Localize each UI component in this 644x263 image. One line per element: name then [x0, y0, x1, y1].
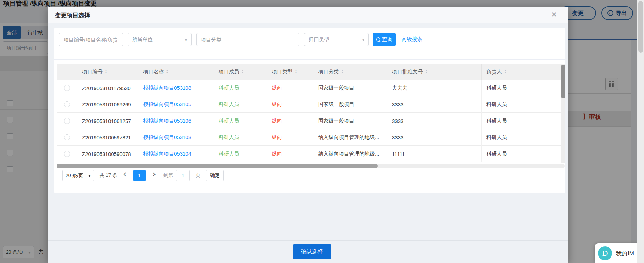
type-select[interactable]: 归口类型 — [304, 33, 369, 46]
page-scrollbar-thumb[interactable] — [638, 1, 643, 53]
goto-prefix-label: 到第 — [163, 172, 173, 179]
approval-number: 3333 — [387, 129, 482, 146]
pagination-bar: 20 条/页 共 17 条 1 到第 页 确定 — [54, 170, 565, 181]
sort-icon[interactable] — [341, 70, 344, 74]
dialog-header: 变更项目选择 — [48, 7, 568, 23]
project-type: 纵向 — [267, 129, 313, 146]
search-button[interactable]: 查询 — [373, 33, 396, 46]
horizontal-scrollbar[interactable] — [57, 164, 565, 168]
approval-number: 11111 — [387, 146, 482, 162]
table-row[interactable]: Z2019053100590078 模拟纵向项目053104 科研人员 纵向 纳… — [57, 146, 565, 162]
im-label: 我的IM — [616, 250, 634, 258]
project-name-link[interactable]: 模拟纵向项目053108 — [138, 80, 214, 96]
prev-page-icon[interactable] — [123, 169, 126, 179]
table-row[interactable]: Z2019053101069269 模拟纵向项目053105 科研人员 纵向 国… — [57, 96, 565, 113]
current-page-button[interactable]: 1 — [133, 170, 146, 181]
page-size-select[interactable]: 20 条/页 — [62, 170, 94, 181]
dialog-content-panel: 所属单位 归口类型 查询 高级搜索 项目编号 项目名称 项目成员 项目类型 项目… — [54, 28, 565, 193]
total-count-label: 共 17 条 — [100, 172, 117, 179]
table-row[interactable]: Z2019053101179530 模拟纵向项目053108 科研人员 纵向 国… — [57, 80, 565, 96]
project-category: 纳入纵向项目管理的地级... — [313, 146, 387, 162]
column-header[interactable]: 项目批准文号 — [387, 64, 482, 80]
project-leader: 科研人员 — [482, 113, 565, 129]
column-header[interactable]: 项目成员 — [214, 64, 267, 80]
approval-number: 3333 — [387, 96, 482, 113]
project-category: 纳入纵向项目管理的地级... — [313, 129, 387, 146]
project-member: 科研人员 — [214, 80, 267, 96]
table-row[interactable]: Z2019053100597821 模拟纵向项目053103 科研人员 纵向 纳… — [57, 129, 565, 146]
project-type: 纵向 — [267, 96, 313, 113]
confirm-selection-button[interactable]: 确认选择 — [293, 244, 331, 259]
project-member: 科研人员 — [214, 113, 267, 129]
unit-select[interactable]: 所属单位 — [128, 33, 192, 46]
filter-divider — [54, 59, 565, 60]
advanced-search-link[interactable]: 高级搜索 — [402, 36, 422, 43]
row-radio[interactable] — [64, 101, 70, 107]
project-name-link[interactable]: 模拟纵向项目053105 — [138, 96, 214, 113]
project-name-link[interactable]: 模拟纵向项目053104 — [138, 146, 214, 162]
change-project-dialog: 变更项目选择 所属单位 归口类型 查询 高级搜索 项目编号 项目名称 项目成员 … — [48, 7, 568, 263]
row-radio[interactable] — [64, 85, 70, 91]
project-type: 纵向 — [267, 80, 313, 96]
goto-confirm-button[interactable]: 确定 — [206, 170, 224, 181]
project-table: 项目编号 项目名称 项目成员 项目类型 项目分类 项目批准文号 负责人 Z201… — [57, 64, 565, 162]
project-category: 国家级一般项目 — [313, 113, 387, 129]
approval-number: 3333 — [387, 113, 482, 129]
project-leader: 科研人员 — [482, 96, 565, 113]
project-leader: 科研人员 — [482, 80, 565, 96]
project-name-link[interactable]: 模拟纵向项目053106 — [138, 113, 214, 129]
chevron-down-icon — [361, 33, 365, 46]
im-widget[interactable]: D 我的IM — [595, 243, 644, 263]
project-code: Z2019053101069269 — [77, 96, 138, 113]
project-leader: 科研人员 — [482, 146, 565, 162]
sort-icon[interactable] — [504, 70, 507, 74]
sort-icon[interactable] — [295, 70, 297, 74]
project-type: 纵向 — [267, 113, 313, 129]
project-type: 纵向 — [267, 146, 313, 162]
column-header[interactable]: 项目名称 — [138, 64, 214, 80]
project-member: 科研人员 — [214, 129, 267, 146]
goto-suffix-label: 页 — [196, 172, 200, 179]
project-code: Z2019053101061257 — [77, 113, 138, 129]
table-row[interactable]: Z2019053101061257 模拟纵向项目053106 科研人员 纵向 国… — [57, 113, 565, 129]
project-name-link[interactable]: 模拟纵向项目053103 — [138, 129, 214, 146]
vertical-scrollbar-thumb[interactable] — [561, 65, 565, 98]
column-header[interactable]: 项目分类 — [313, 64, 387, 80]
approval-number: 去去去 — [387, 80, 482, 96]
project-code: Z2019053100597821 — [77, 129, 138, 146]
keyword-input[interactable] — [59, 33, 123, 46]
table-header-row: 项目编号 项目名称 项目成员 项目类型 项目分类 项目批准文号 负责人 — [57, 64, 565, 80]
sort-icon[interactable] — [425, 70, 428, 74]
project-code: Z2019053101179530 — [77, 80, 138, 96]
sort-icon[interactable] — [166, 70, 169, 74]
project-code: Z2019053100590078 — [77, 146, 138, 162]
category-input[interactable] — [196, 33, 299, 46]
project-leader: 科研人员 — [482, 129, 565, 146]
close-icon[interactable] — [550, 10, 559, 19]
avatar[interactable]: D — [598, 246, 612, 260]
row-radio[interactable] — [64, 134, 70, 140]
horizontal-scrollbar-thumb[interactable] — [57, 164, 378, 168]
chevron-down-icon — [88, 170, 91, 182]
column-header[interactable]: 项目类型 — [267, 64, 313, 80]
project-member: 科研人员 — [214, 96, 267, 113]
sort-icon[interactable] — [105, 70, 107, 74]
footer-divider — [48, 240, 568, 241]
column-header[interactable]: 负责人 — [482, 64, 565, 80]
project-member: 科研人员 — [214, 146, 267, 162]
row-radio[interactable] — [64, 118, 70, 124]
goto-page-input[interactable] — [176, 170, 190, 181]
row-radio[interactable] — [64, 151, 70, 157]
column-header[interactable]: 项目编号 — [77, 64, 138, 80]
page-scrollbar[interactable] — [637, 0, 644, 263]
dialog-title: 变更项目选择 — [55, 11, 90, 19]
chevron-down-icon — [184, 33, 188, 46]
next-page-icon[interactable] — [152, 169, 156, 179]
sort-icon[interactable] — [241, 70, 244, 74]
vertical-scrollbar[interactable] — [561, 64, 565, 163]
search-icon — [376, 37, 381, 42]
project-category: 国家级一般项目 — [313, 96, 387, 113]
project-category: 国家级一般项目 — [313, 80, 387, 96]
